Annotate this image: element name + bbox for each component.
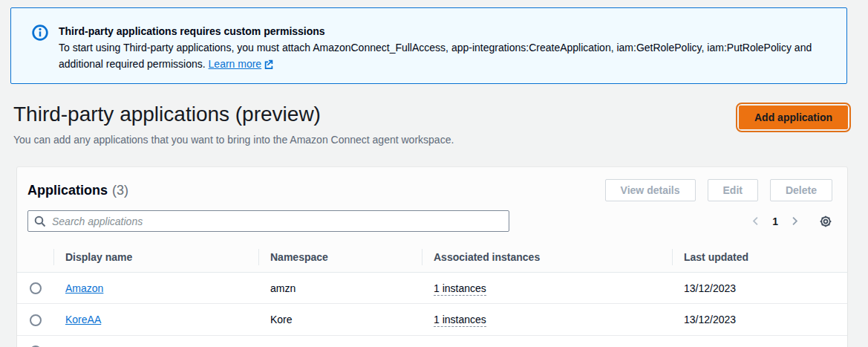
associated-instances-link[interactable]: 1 instances <box>434 314 486 327</box>
application-name-link[interactable]: KoreAA <box>65 314 101 325</box>
previous-page-button[interactable] <box>749 215 762 227</box>
external-link-icon <box>264 57 274 74</box>
table-row: KoreAA Kore 1 instances 13/12/2023 <box>17 304 847 335</box>
info-icon <box>32 25 48 44</box>
applications-table: Display name Namespace Associated instan… <box>17 242 847 347</box>
search-icon <box>34 215 46 230</box>
pagination: 1 <box>749 215 801 227</box>
namespace-cell: Kore <box>258 304 422 335</box>
search-box <box>27 210 509 232</box>
associated-instances-link[interactable]: 1 instances <box>434 282 486 296</box>
radio-column-header <box>17 242 53 273</box>
info-banner: Third-party applications requires custom… <box>10 7 847 84</box>
panel-header: Applications(3) View details Edit Delete <box>17 167 847 206</box>
last-updated-cell: 13/12/2023 <box>672 304 847 335</box>
panel-title-group: Applications(3) <box>27 183 128 198</box>
add-application-button[interactable]: Add application <box>739 106 848 129</box>
panel-title: Applications <box>27 183 108 198</box>
panel-actions: View details Edit Delete <box>605 179 832 201</box>
current-page-number[interactable]: 1 <box>772 215 778 227</box>
last-updated-cell: 13/12/2023 <box>672 273 847 304</box>
row-radio-button[interactable] <box>30 282 42 294</box>
applications-panel: Applications(3) View details Edit Delete <box>17 167 847 347</box>
table-row <box>17 335 847 347</box>
row-radio-button[interactable] <box>30 314 42 326</box>
column-header-associated-instances[interactable]: Associated instances <box>422 242 672 273</box>
add-application-focus-ring: Add application <box>736 103 851 132</box>
search-input[interactable] <box>27 210 509 232</box>
banner-body-text: To start using Third-party applications,… <box>59 42 812 70</box>
panel-count: (3) <box>112 183 128 198</box>
view-details-button[interactable]: View details <box>605 179 696 201</box>
table-header-row: Display name Namespace Associated instan… <box>17 242 847 273</box>
banner-body: To start using Third-party applications,… <box>59 39 823 74</box>
table-toolbar: 1 <box>17 206 847 242</box>
column-header-namespace[interactable]: Namespace <box>258 242 422 273</box>
namespace-cell: amzn <box>258 273 422 304</box>
toolbar-right: 1 <box>749 215 832 228</box>
column-header-last-updated[interactable]: Last updated <box>672 242 847 273</box>
banner-title: Third-party applications requires custom… <box>59 23 823 39</box>
preferences-gear-icon[interactable] <box>819 215 832 228</box>
page-title: Third-party applications (preview) <box>13 103 321 126</box>
column-header-display-name[interactable]: Display name <box>53 242 258 273</box>
next-page-button[interactable] <box>789 215 801 227</box>
application-name-link[interactable]: Amazon <box>65 282 103 294</box>
learn-more-link[interactable]: Learn more <box>209 58 262 70</box>
table-row: Amazon amzn 1 instances 13/12/2023 <box>17 273 847 304</box>
delete-button[interactable]: Delete <box>770 179 832 201</box>
page-description: You can add any applications that you wa… <box>13 134 454 146</box>
edit-button[interactable]: Edit <box>708 179 758 201</box>
